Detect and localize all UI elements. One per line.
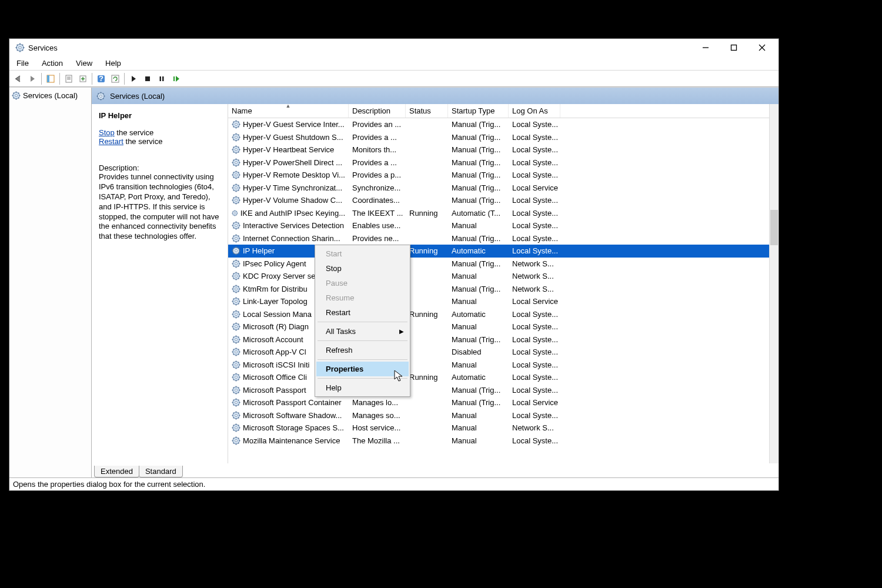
tab-extended[interactable]: Extended bbox=[94, 466, 139, 477]
gear-icon bbox=[232, 272, 240, 280]
svg-rect-15 bbox=[47, 75, 49, 82]
export-button[interactable] bbox=[76, 72, 89, 85]
table-row[interactable]: IKE and AuthIP IPsec Keying...The IKEEXT… bbox=[228, 207, 769, 220]
table-row[interactable]: Hyper-V Volume Shadow C...Coordinates...… bbox=[228, 194, 769, 207]
table-row[interactable]: Microsoft iSCSI InitiManualLocal Syste..… bbox=[228, 359, 769, 372]
maximize-button[interactable] bbox=[727, 41, 741, 55]
gear-icon bbox=[96, 92, 105, 101]
column-log-on-as[interactable]: Log On As bbox=[509, 104, 560, 118]
submenu-arrow-icon: ▶ bbox=[399, 328, 404, 335]
table-row[interactable]: Hyper-V Guest Service Inter...Provides a… bbox=[228, 118, 769, 131]
menu-file[interactable]: File bbox=[14, 58, 31, 69]
gear-icon bbox=[12, 91, 21, 100]
gear-icon bbox=[232, 423, 240, 432]
menu-item-pause: Pause bbox=[316, 276, 409, 290]
menu-item-stop[interactable]: Stop bbox=[316, 261, 409, 276]
table-row[interactable]: Microsoft PassportManual (Trig...Local S… bbox=[228, 384, 769, 397]
gear-icon bbox=[232, 196, 240, 205]
table-row[interactable]: Hyper-V Guest Shutdown S...Provides a ..… bbox=[228, 131, 769, 144]
column-description[interactable]: Description bbox=[349, 104, 406, 118]
menu-help[interactable]: Help bbox=[103, 58, 123, 69]
description-text: Provides tunnel connectivity using IPv6 … bbox=[99, 172, 220, 242]
scrollbar-thumb[interactable] bbox=[770, 210, 778, 245]
table-row[interactable]: IP HelperProvides t...RunningAutomaticLo… bbox=[228, 245, 769, 258]
properties-button[interactable] bbox=[62, 72, 75, 85]
svg-rect-23 bbox=[112, 75, 119, 82]
statusbar: Opens the properties dialog box for the … bbox=[9, 477, 779, 490]
gear-icon bbox=[232, 310, 240, 319]
tab-standard[interactable]: Standard bbox=[139, 466, 183, 477]
table-row[interactable]: Hyper-V Heartbeat ServiceMonitors th...M… bbox=[228, 143, 769, 156]
show-hide-tree-button[interactable] bbox=[44, 72, 57, 85]
console-tree[interactable]: Services (Local) bbox=[9, 88, 92, 477]
gear-icon bbox=[232, 335, 240, 344]
forward-button[interactable] bbox=[26, 72, 39, 85]
stop-link[interactable]: Stop bbox=[99, 128, 115, 137]
menu-view[interactable]: View bbox=[74, 58, 95, 69]
gear-icon bbox=[232, 285, 240, 293]
menu-item-resume: Resume bbox=[316, 290, 409, 305]
statusbar-text: Opens the properties dialog box for the … bbox=[13, 480, 205, 489]
table-row[interactable]: Microsoft Office CliRunningAutomaticLoca… bbox=[228, 371, 769, 384]
titlebar[interactable]: Services bbox=[9, 39, 779, 56]
back-button[interactable] bbox=[12, 72, 25, 85]
column-status[interactable]: Status bbox=[406, 104, 448, 118]
table-row[interactable]: Link-Layer TopologManualLocal Service bbox=[228, 295, 769, 308]
column-startup-type[interactable]: Startup Type bbox=[448, 104, 509, 118]
close-button[interactable] bbox=[755, 41, 769, 55]
restart-service-button[interactable] bbox=[169, 72, 182, 85]
start-service-button[interactable] bbox=[127, 72, 140, 85]
gear-icon bbox=[232, 259, 240, 268]
gear-icon bbox=[232, 183, 240, 192]
svg-text:?: ? bbox=[99, 75, 103, 83]
table-row[interactable]: Interactive Services DetectionEnables us… bbox=[228, 219, 769, 232]
table-row[interactable]: KDC Proxy Server seManualNetwork S... bbox=[228, 270, 769, 283]
gear-icon bbox=[232, 120, 240, 129]
stop-service-button[interactable] bbox=[141, 72, 154, 85]
svg-rect-25 bbox=[160, 76, 162, 81]
vertical-scrollbar[interactable] bbox=[769, 104, 779, 463]
table-row[interactable]: KtmRm for DistribuManual (Trig...Network… bbox=[228, 283, 769, 296]
help-button[interactable]: ? bbox=[95, 72, 108, 85]
menu-item-help[interactable]: Help bbox=[316, 380, 409, 395]
gear-icon bbox=[232, 145, 240, 154]
restart-link[interactable]: Restart bbox=[99, 137, 123, 146]
refresh-button[interactable] bbox=[109, 72, 122, 85]
gear-icon bbox=[232, 411, 240, 420]
table-row[interactable]: Hyper-V Remote Desktop Vi...Provides a p… bbox=[228, 169, 769, 182]
tree-item-services-local[interactable]: Services (Local) bbox=[12, 91, 89, 100]
gear-icon bbox=[232, 158, 240, 167]
pause-service-button[interactable] bbox=[155, 72, 168, 85]
menu-item-restart[interactable]: Restart bbox=[316, 305, 409, 320]
tree-item-label: Services (Local) bbox=[23, 91, 78, 100]
table-row[interactable]: Mozilla Maintenance ServiceThe Mozilla .… bbox=[228, 435, 769, 447]
minimize-button[interactable] bbox=[699, 41, 713, 55]
menu-item-start: Start bbox=[316, 246, 409, 261]
menu-item-all-tasks[interactable]: All Tasks▶ bbox=[316, 324, 409, 339]
gear-icon bbox=[232, 360, 240, 369]
table-row[interactable]: Microsoft Storage Spaces S...Host servic… bbox=[228, 422, 769, 435]
menu-action[interactable]: Action bbox=[39, 58, 65, 69]
table-row[interactable]: Microsoft AccountManual (Trig...Local Sy… bbox=[228, 333, 769, 346]
menu-item-properties[interactable]: Properties bbox=[316, 362, 409, 376]
gear-icon bbox=[232, 221, 240, 230]
table-row[interactable]: Microsoft Passport ContainerManages lo..… bbox=[228, 396, 769, 409]
table-row[interactable]: Hyper-V Time Synchronizat...Synchronize.… bbox=[228, 182, 769, 195]
table-row[interactable]: Microsoft App-V ClDisabledLocal Syste... bbox=[228, 346, 769, 359]
services-list[interactable]: Name▲ Description Status Startup Type Lo… bbox=[228, 104, 779, 463]
list-header[interactable]: Name▲ Description Status Startup Type Lo… bbox=[228, 104, 779, 118]
column-name[interactable]: Name▲ bbox=[228, 104, 349, 118]
gear-icon bbox=[232, 133, 240, 142]
table-row[interactable]: Microsoft Software Shadow...Manages so..… bbox=[228, 409, 769, 422]
description-heading: Description: bbox=[99, 163, 220, 172]
table-row[interactable]: Hyper-V PowerShell Direct ...Provides a … bbox=[228, 156, 769, 169]
table-row[interactable]: Internet Connection Sharin...Provides ne… bbox=[228, 232, 769, 245]
table-row[interactable]: Local Session ManaRunningAutomaticLocal … bbox=[228, 308, 769, 321]
table-row[interactable]: Microsoft (R) DiagnManualLocal Syste... bbox=[228, 320, 769, 333]
services-window: Services File Action View Help ? bbox=[9, 38, 779, 491]
menu-item-refresh[interactable]: Refresh bbox=[316, 343, 409, 358]
gear-icon bbox=[232, 373, 240, 382]
gear-icon bbox=[232, 322, 240, 331]
table-row[interactable]: IPsec Policy AgentManual (Trig...Network… bbox=[228, 258, 769, 270]
window-title: Services bbox=[28, 44, 699, 52]
